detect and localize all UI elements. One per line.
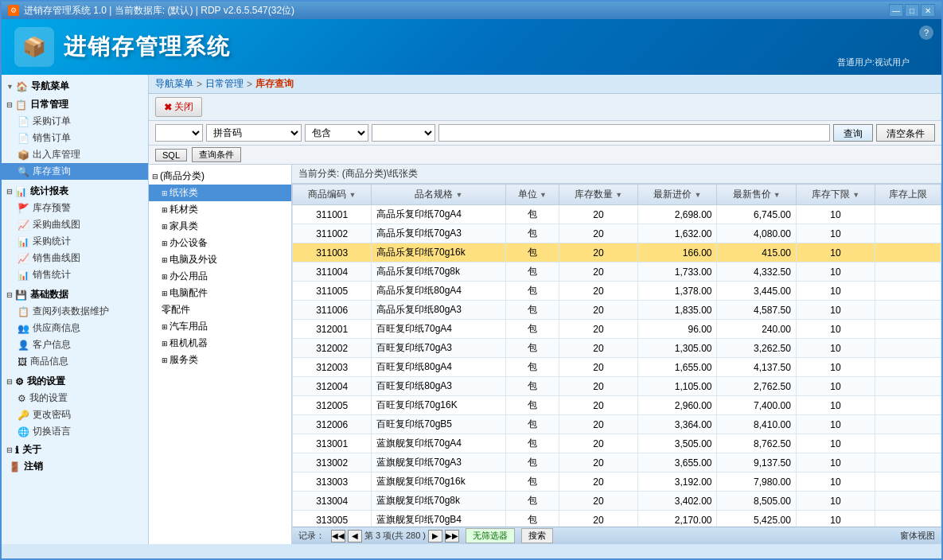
last-record-button[interactable]: ▶▶ [445, 530, 459, 542]
cat-item-office-equip[interactable]: ⊞ 办公设备 [149, 235, 291, 251]
sidebar-item-inventory[interactable]: 🔍 库存查询 [2, 163, 148, 180]
table-row[interactable]: 313005蓝旗舰复印纸70gB4包202,170.005,425.0010 [293, 511, 941, 527]
close-label: 关闭 [174, 100, 193, 114]
table-cell: 10 [796, 472, 875, 492]
col-header-sell-price[interactable]: 最新售价 ▼ [717, 185, 796, 205]
col-header-max-stock[interactable]: 库存上限 [875, 185, 941, 205]
table-cell: 3,262.50 [717, 339, 796, 358]
sidebar-stats-label: 统计报表 [30, 185, 68, 198]
sidebar-item-sales-chart[interactable]: 📈 销售曲线图 [2, 250, 148, 266]
table-row[interactable]: 311006高品乐复印纸80gA3包201,835.004,587.5010 [293, 301, 941, 320]
sidebar-about-header[interactable]: ⊟ ℹ 关于 [2, 441, 148, 458]
col-header-code[interactable]: 商品编码 ▼ [293, 185, 372, 205]
close-button[interactable]: ✖ 关闭 [155, 97, 202, 117]
sidebar-item-table-maint[interactable]: 📋 查阅列表数据维护 [2, 303, 148, 320]
sidebar-item-stock-alert[interactable]: 🚩 库存预警 [2, 200, 148, 216]
col-header-unit[interactable]: 单位 ▼ [506, 185, 559, 205]
sidebar-item-sales-stats[interactable]: 📊 销售统计 [2, 266, 148, 283]
table-row[interactable]: 312006百旺复印纸70gB5包203,364.008,410.0010 [293, 415, 941, 434]
maximize-button[interactable]: □ [905, 4, 919, 17]
sidebar-nav-header[interactable]: ▼ 🏠 导航菜单 [2, 78, 148, 95]
cat-item-furniture[interactable]: ⊞ 家具类 [149, 218, 291, 235]
table-row[interactable]: 313002蓝旗舰复印纸70gA3包203,655.009,137.5010 [293, 453, 941, 472]
sidebar-base-header[interactable]: ⊟ 💾 基础数据 [2, 286, 148, 303]
cat-item-computer-periph[interactable]: ⊞ 电脑及外设 [149, 251, 291, 268]
table-row[interactable]: 312004百旺复印纸80gA3包201,105.002,762.5010 [293, 377, 941, 396]
app-icon: ⚙ [8, 5, 19, 16]
sidebar-item-customer[interactable]: 👤 客户信息 [2, 336, 148, 353]
table-cell: 包 [506, 224, 559, 243]
table-row[interactable]: 312002百旺复印纸70gA3包201,305.003,262.5010 [293, 339, 941, 358]
breadcrumb-current: 库存查询 [255, 77, 294, 91]
sidebar-logout-header[interactable]: 🚪 注销 [2, 458, 148, 475]
search-type-dropdown[interactable]: 拼音码 [206, 124, 302, 142]
sidebar-item-product[interactable]: 🖼 商品信息 [2, 353, 148, 370]
search-condition-dropdown[interactable]: 包含 [305, 124, 368, 142]
cat-root-expand-icon: ⊟ [152, 173, 158, 181]
cat-item-computer-parts[interactable]: ⊞ 电脑配件 [149, 285, 291, 301]
sidebar-settings-header[interactable]: ⊟ ⚙ 我的设置 [2, 373, 148, 390]
sidebar-sales-chart-label: 销售曲线图 [33, 251, 80, 265]
title-bar-text: 进销存管理系统 1.0 | 当前数据库: (默认) | RDP v2.6.5.5… [24, 4, 294, 18]
table-row[interactable]: 311002高品乐复印纸70gA3包201,632.004,080.0010 [293, 224, 941, 243]
sidebar-daily-header[interactable]: ⊟ 📋 日常管理 [2, 96, 148, 113]
cat-item-consumable[interactable]: ⊞ 耗材类 [149, 201, 291, 218]
sidebar-item-purchase[interactable]: 📄 采购订单 [2, 113, 148, 130]
table-row[interactable]: 313001蓝旗舰复印纸70gA4包203,505.008,762.5010 [293, 434, 941, 453]
prev-record-button[interactable]: ◀ [348, 530, 362, 542]
table-row[interactable]: 313004蓝旗舰复印纸70g8k包203,402.008,505.0010 [293, 492, 941, 511]
sidebar-item-switch-lang[interactable]: 🌐 切换语言 [2, 423, 148, 440]
table-row[interactable]: 311003高品乐复印纸70g16k包20166.00415.0010 [293, 243, 941, 262]
sidebar-item-purchase-stats[interactable]: 📊 采购统计 [2, 233, 148, 250]
col-header-min-stock[interactable]: 库存下限 ▼ [796, 185, 875, 205]
table-row[interactable]: 312003百旺复印纸80gA4包201,655.004,137.5010 [293, 358, 941, 377]
window-close-button[interactable]: ✕ [921, 4, 935, 17]
table-cell: 高品乐复印纸80gA3 [372, 301, 506, 320]
sidebar-stats-header[interactable]: ⊟ 📊 统计报表 [2, 183, 148, 200]
settings-icon: ⚙ [15, 376, 24, 387]
sidebar-warehouse-label: 出入库管理 [33, 148, 80, 161]
search-text-input[interactable] [438, 124, 830, 142]
query-cond-button[interactable]: 查询条件 [192, 147, 241, 162]
sidebar-item-supplier[interactable]: 👥 供应商信息 [2, 320, 148, 336]
sidebar-item-change-pwd[interactable]: 🔑 更改密码 [2, 406, 148, 423]
search-field-dropdown[interactable] [155, 124, 203, 142]
table-row[interactable]: 312001百旺复印纸70gA4包2096.00240.0010 [293, 320, 941, 339]
minimize-button[interactable]: — [889, 4, 903, 17]
table-row[interactable]: 312005百旺复印纸70g16K包202,960.007,400.0010 [293, 396, 941, 415]
next-record-button[interactable]: ▶ [428, 530, 442, 542]
table-cell: 313003 [293, 472, 372, 492]
cat-item-paper[interactable]: ⊞ 纸张类 [149, 185, 291, 201]
col-header-buy-price[interactable]: 最新进价 ▼ [638, 185, 717, 205]
title-bar: ⚙ 进销存管理系统 1.0 | 当前数据库: (默认) | RDP v2.6.5… [2, 2, 941, 19]
table-row[interactable]: 311004高品乐复印纸70g8k包201,733.004,332.5010 [293, 262, 941, 282]
col-header-stock[interactable]: 库存数量 ▼ [559, 185, 637, 205]
cat-item-office-supply[interactable]: ⊞ 办公用品 [149, 268, 291, 285]
cat-item-service[interactable]: ⊞ 服务类 [149, 352, 291, 368]
col-header-name[interactable]: 品名规格 ▼ [372, 185, 506, 205]
sidebar-base-label: 基础数据 [30, 288, 68, 301]
cat-item-spare-parts[interactable]: 零配件 [149, 301, 291, 318]
sidebar-item-purchase-chart[interactable]: 📈 采购曲线图 [2, 216, 148, 233]
sql-button[interactable]: SQL [155, 149, 187, 161]
table-cell: 包 [506, 205, 559, 224]
table-cell: 20 [559, 339, 637, 358]
table-row[interactable]: 313003蓝旗舰复印纸70g16k包203,192.007,980.0010 [293, 472, 941, 492]
cat-furniture-expand-icon: ⊞ [162, 223, 168, 231]
table-row[interactable]: 311001高品乐复印纸70gA4包202,698.006,745.0010 [293, 205, 941, 224]
search-value-dropdown[interactable] [372, 124, 435, 142]
content-area: 导航菜单 > 日常管理 > 库存查询 ✖ 关闭 拼音码 包含 [149, 75, 941, 544]
cat-root-item[interactable]: ⊟ (商品分类) [149, 168, 291, 185]
query-button[interactable]: 查询 [833, 124, 873, 142]
table-cell [875, 415, 941, 434]
sidebar-item-my-settings[interactable]: ⚙ 我的设置 [2, 390, 148, 406]
help-icon[interactable]: ? [919, 25, 933, 40]
cat-item-rent-machine[interactable]: ⊞ 租机机器 [149, 335, 291, 352]
sidebar-item-sales[interactable]: 📄 销售订单 [2, 130, 148, 146]
cat-item-auto[interactable]: ⊞ 汽车用品 [149, 318, 291, 335]
sidebar-item-warehouse[interactable]: 📦 出入库管理 [2, 146, 148, 163]
table-cell [875, 472, 941, 492]
first-record-button[interactable]: ◀◀ [331, 530, 345, 542]
clear-button[interactable]: 清空条件 [876, 124, 935, 142]
table-row[interactable]: 311005高品乐复印纸80gA4包201,378.003,445.0010 [293, 282, 941, 301]
